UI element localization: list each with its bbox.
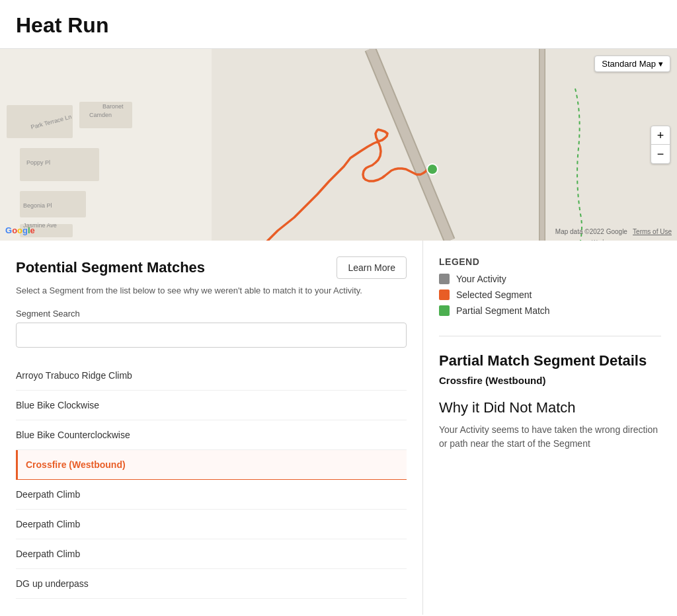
why-title: Why it Did Not Match <box>439 399 661 416</box>
map-svg: Park Terrace Ln Camden Baronet Poppy Pl … <box>0 49 677 241</box>
legend-item: Selected Segment <box>439 289 661 300</box>
why-text: Your Activity seems to have taken the wr… <box>439 423 661 451</box>
legend-title: Legend <box>439 256 661 267</box>
section-header: Potential Segment Matches Learn More <box>16 256 407 279</box>
svg-point-21 <box>427 164 438 174</box>
segment-list: Arroyo Trabuco Ridge ClimbBlue Bike Cloc… <box>16 361 407 599</box>
segment-list-item[interactable]: Blue Bike Counterclockwise <box>16 420 407 450</box>
legend-color-swatch <box>439 289 450 300</box>
zoom-in-button[interactable]: + <box>651 126 670 145</box>
legend-color-swatch <box>439 274 450 284</box>
main-content: Potential Segment Matches Learn More Sel… <box>0 241 677 615</box>
map-controls: Standard Map ▾ <box>594 56 670 72</box>
legend-label: Selected Segment <box>456 289 532 300</box>
svg-text:Wedge: Wedge <box>592 239 610 241</box>
selected-segment-name: Crossfire (Westbound) <box>439 375 661 386</box>
learn-more-button[interactable]: Learn More <box>337 256 407 279</box>
map-zoom-controls: + − <box>651 126 670 164</box>
section-title: Potential Segment Matches <box>16 259 205 276</box>
svg-text:Poppy Pl: Poppy Pl <box>26 159 50 166</box>
legend-item: Partial Segment Match <box>439 305 661 316</box>
segment-list-item[interactable]: Blue Bike Clockwise <box>16 391 407 420</box>
search-label: Segment Search <box>16 309 407 319</box>
segment-list-item[interactable]: Deerpath Climb <box>16 510 407 539</box>
google-logo: Google <box>5 225 35 235</box>
svg-text:Begonia Pl: Begonia Pl <box>23 202 52 209</box>
search-input[interactable] <box>16 323 407 348</box>
page-title: Heat Run <box>16 13 661 38</box>
segment-list-item[interactable]: Deerpath Climb <box>16 539 407 569</box>
left-panel: Potential Segment Matches Learn More Sel… <box>0 241 423 615</box>
svg-text:Baronet: Baronet <box>102 103 124 110</box>
svg-rect-2 <box>212 49 344 241</box>
map-type-button[interactable]: Standard Map ▾ <box>594 56 670 72</box>
svg-text:Camden: Camden <box>89 112 112 118</box>
chevron-down-icon: ▾ <box>658 59 663 69</box>
map-background: Park Terrace Ln Camden Baronet Poppy Pl … <box>0 49 677 241</box>
details-section: Partial Match Segment Details Crossfire … <box>439 336 661 451</box>
segment-list-item[interactable]: Crossfire (Westbound) <box>16 450 407 480</box>
page-container: Heat Run <box>0 0 677 616</box>
details-title: Partial Match Segment Details <box>439 352 661 369</box>
map-attribution: Map data ©2022 Google Terms of Use <box>555 228 672 235</box>
legend-color-swatch <box>439 305 450 316</box>
header: Heat Run <box>0 0 677 49</box>
map-type-label: Standard Map <box>602 59 656 69</box>
segment-list-item[interactable]: DG up underpass <box>16 569 407 599</box>
legend-items: Your ActivitySelected SegmentPartial Seg… <box>439 274 661 316</box>
zoom-out-button[interactable]: − <box>651 145 670 163</box>
legend-item: Your Activity <box>439 274 661 284</box>
map-container: Park Terrace Ln Camden Baronet Poppy Pl … <box>0 49 677 241</box>
section-subtitle: Select a Segment from the list below to … <box>16 286 407 295</box>
segment-list-item[interactable]: Arroyo Trabuco Ridge Climb <box>16 361 407 391</box>
segment-list-item[interactable]: Deerpath Climb <box>16 480 407 510</box>
right-panel: Legend Your ActivitySelected SegmentPart… <box>423 241 677 615</box>
terms-link[interactable]: Terms of Use <box>633 228 672 235</box>
legend-label: Partial Segment Match <box>456 305 550 316</box>
legend-label: Your Activity <box>456 274 506 284</box>
